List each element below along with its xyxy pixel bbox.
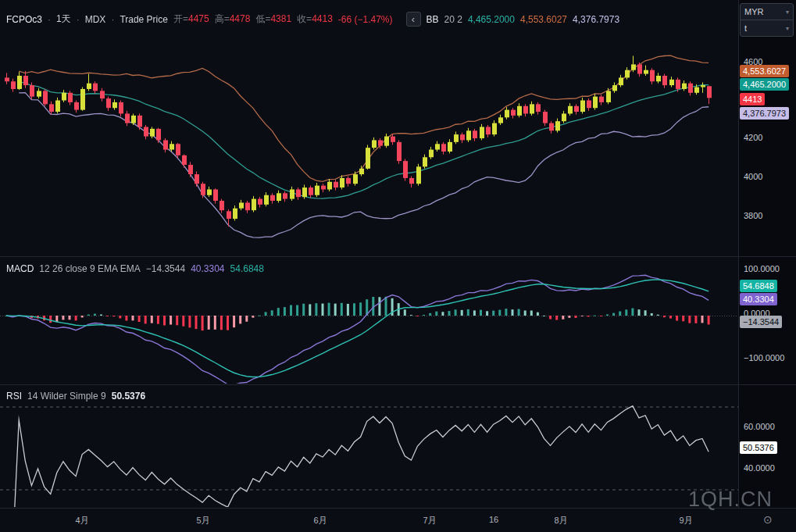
time-label: 6月 [313,515,327,527]
time-label: 16 [489,515,498,524]
macd-line-badge: 40.3304 [740,293,777,305]
low-value: 4381 [270,13,291,24]
chevron-down-icon: ▾ [786,25,789,32]
bb-indicator-title[interactable]: BB [427,14,439,25]
price-scale-border [738,0,739,508]
rsi-tick: 60.0000 [744,422,775,431]
pane-divider[interactable] [0,384,796,385]
unit-value: t [744,23,747,33]
legend-separator: · [77,14,80,25]
macd-line-value: 40.3304 [191,263,224,274]
macd-signal-badge: 54.6848 [740,280,777,292]
time-label: 8月 [554,515,567,527]
high-label: 高= [215,13,230,24]
pane-divider[interactable] [0,256,796,257]
chevron-down-icon: ▾ [786,9,789,16]
bb-basis-value: 4,465.2000 [468,14,515,25]
price-tick: 4000 [744,172,762,181]
rsi-indicator-params: 14 Wilder Simple 9 [27,391,106,402]
scale-unit-selector: MYR ▾ t ▾ [740,3,794,37]
bb-indicator-params: 20 2 [444,14,462,25]
low-label: 低= [255,13,270,24]
macd-indicator-title[interactable]: MACD [6,263,34,274]
price-tick: 4200 [744,133,762,142]
open-label: 开= [173,13,188,24]
chart-canvas[interactable] [0,0,738,508]
price-type-label: Trade Price [120,14,168,25]
time-label: 5月 [196,515,209,527]
open-value: 4475 [188,13,209,24]
time-label: 4月 [75,515,88,527]
macd-tick: 100.0000 [744,264,780,273]
legend-separator: · [111,14,114,25]
scale-settings-icon[interactable]: ⊙ [763,513,773,526]
unit-selector[interactable]: t ▾ [741,20,793,36]
last-price-badge: 4413 [740,93,765,105]
symbol-name[interactable]: FCPOc3 [6,14,42,25]
macd-hist-value: −14.3544 [146,263,185,274]
rsi-indicator-title[interactable]: RSI [6,391,22,402]
rsi-value-badge: 50.5376 [740,441,777,454]
rsi-value: 50.5376 [112,391,145,402]
time-label: 9月 [679,515,692,527]
currency-value: MYR [744,7,763,16]
high-value: 4478 [230,13,251,24]
change-value: -66 (−1.47%) [338,14,393,25]
currency-selector[interactable]: MYR ▾ [741,4,793,20]
bb-lower-value: 4,376.7973 [573,14,619,25]
collapse-legend-button[interactable]: ‹ [406,12,421,27]
chevron-left-icon: ‹ [412,13,415,25]
macd-signal-value: 54.6848 [230,263,264,274]
rsi-legend: RSI 14 Wilder Simple 9 50.5376 [6,391,145,402]
exchange-label: MDX [85,14,106,25]
watermark: 1QH.CN [688,487,773,512]
interval-label[interactable]: 1天 [56,12,71,26]
bb-lower-price-badge: 4,376.7973 [740,107,789,120]
bb-upper-price-badge: 4,553.6027 [740,65,789,77]
bb-basis-price-badge: 4,465.2000 [740,78,789,91]
bb-upper-value: 4,553.6027 [520,14,567,25]
time-label: 7月 [423,515,436,527]
price-scale[interactable]: MYR ▾ t ▾ 4600 4200 4000 3800 4,553.6027… [738,0,796,508]
close-value: 4413 [312,13,333,24]
macd-tick: −100.0000 [744,353,784,362]
time-scale[interactable]: 4月 5月 6月 7月 16 8月 9月 ⊙ [0,508,796,532]
macd-hist-badge: −14.3544 [740,316,782,328]
legend-separator: · [48,14,51,25]
trading-chart-app: FCPOc3 · 1天 · MDX · Trade Price 开=4475 高… [0,0,796,532]
macd-legend: MACD 12 26 close 9 EMA EMA −14.3544 40.3… [6,263,264,274]
price-tick: 3800 [744,211,762,220]
macd-indicator-params: 12 26 close 9 EMA EMA [39,263,140,274]
rsi-tick: 40.0000 [744,463,775,473]
symbol-legend: FCPOc3 · 1天 · MDX · Trade Price 开=4475 高… [6,12,619,27]
close-label: 收= [297,13,312,24]
